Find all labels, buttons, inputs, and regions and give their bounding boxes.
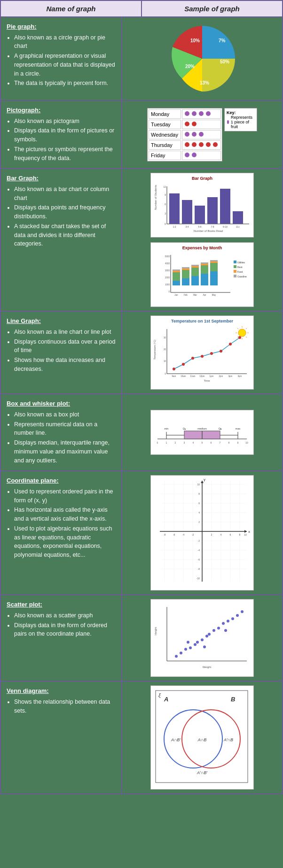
svg-text:5-6: 5-6 <box>198 225 201 228</box>
svg-rect-8 <box>169 193 180 224</box>
svg-text:7%: 7% <box>219 38 226 43</box>
svg-rect-44 <box>191 266 199 268</box>
svg-point-171 <box>175 655 178 658</box>
svg-text:Gasoline: Gasoline <box>237 275 247 278</box>
svg-text:8: 8 <box>239 533 241 536</box>
svg-text:y: y <box>204 478 205 482</box>
svg-text:5000: 5000 <box>165 255 170 258</box>
svg-text:0: 0 <box>165 223 166 225</box>
svg-text:11am: 11am <box>190 375 196 377</box>
svg-rect-46 <box>201 274 208 285</box>
svg-text:9-10: 9-10 <box>223 225 228 228</box>
scatter-svg: Height Weight <box>153 602 252 673</box>
picto-table: Monday Tuesday Wednesday <box>147 108 222 161</box>
svg-point-188 <box>203 645 206 648</box>
svg-text:4pm: 4pm <box>238 375 242 377</box>
svg-text:4: 4 <box>220 533 222 536</box>
svg-text:6: 6 <box>211 441 212 444</box>
svg-rect-35 <box>173 272 180 281</box>
scatter-title: Scatter plot: <box>7 600 116 609</box>
coord-title: Coordinate plane: <box>7 476 116 485</box>
svg-text:20%: 20% <box>185 64 195 69</box>
svg-text:2000: 2000 <box>165 277 170 279</box>
svg-text:3-4: 3-4 <box>185 225 189 228</box>
table-header: Name of graph Sample of graph <box>1 1 282 17</box>
svg-text:10: 10 <box>244 533 247 536</box>
svg-text:ξ: ξ <box>158 692 161 699</box>
svg-rect-61 <box>234 265 236 268</box>
coord-sample: x y -8 -6 -4 -2 2 4 6 8 10 2 4 6 8 <box>122 471 282 594</box>
svg-text:3: 3 <box>184 441 185 444</box>
bar-sample: Bar Graph Number of Students 1-2 <box>122 169 282 311</box>
coord-bullet-2: Has horizontal axis called the y-axis an… <box>14 506 116 523</box>
svg-text:-10: -10 <box>197 577 200 580</box>
coord-bullets: Used to represent ordered pairs in the f… <box>7 487 116 560</box>
svg-text:11+: 11+ <box>236 225 240 228</box>
svg-text:Mar: Mar <box>193 294 197 296</box>
svg-text:A'∩B': A'∩B' <box>197 770 207 775</box>
picto-bullet-1: Also known as pictogram <box>14 117 116 126</box>
svg-text:12: 12 <box>163 185 166 188</box>
venn-description: Venn diagram: Shows the relationship bet… <box>1 682 122 793</box>
svg-text:min: min <box>165 427 169 430</box>
bar-chart-1-title: Bar Graph <box>153 176 252 181</box>
bar-bullet-1: Also known as a bar chart or column char… <box>14 185 116 203</box>
main-table: Name of graph Sample of graph Pie graph:… <box>0 0 283 794</box>
svg-point-177 <box>201 638 204 641</box>
svg-point-72 <box>191 357 194 360</box>
svg-text:1000: 1000 <box>165 284 170 286</box>
scatter-sample: Height Weight <box>122 595 282 681</box>
svg-text:20: 20 <box>164 348 166 351</box>
svg-point-183 <box>227 620 229 622</box>
coord-bullet-1: Used to represent ordered pairs in the f… <box>14 487 116 505</box>
svg-text:6: 6 <box>230 533 231 536</box>
svg-line-83 <box>237 328 238 329</box>
svg-text:6: 6 <box>198 502 200 505</box>
table-row-boxwhisker: Box and whisker plot: Also known as a bo… <box>1 394 282 471</box>
svg-rect-50 <box>210 271 218 285</box>
svg-text:Jan: Jan <box>174 294 178 296</box>
svg-text:Q₁: Q₁ <box>183 427 186 430</box>
svg-text:2pm: 2pm <box>219 375 223 377</box>
svg-point-186 <box>241 610 244 613</box>
pie-bullet-1: Also known as a circle graph or pie char… <box>14 33 116 51</box>
svg-text:Food: Food <box>237 270 243 273</box>
svg-text:8: 8 <box>198 492 200 495</box>
line-bullet-1: Also known as a line chart or line plot <box>14 328 116 337</box>
picto-key: Key: Represents 1 piece of fruit <box>224 108 257 131</box>
box-bullet-2: Represents numerical data on a number li… <box>14 420 116 438</box>
svg-text:7: 7 <box>220 441 221 444</box>
svg-text:5: 5 <box>202 441 203 444</box>
bar-chart-1-svg: Number of Students 1-2 3-4 5-6 7-8 <box>153 182 252 233</box>
line-chart: Temperature on 1st September Temperature… <box>150 315 254 390</box>
pie-description: Pie graph: Also known as a circle graph … <box>1 17 122 100</box>
svg-text:-6: -6 <box>198 558 200 561</box>
table-row-line: Line Graph: Also known as a line chart o… <box>1 312 282 394</box>
svg-point-71 <box>182 363 185 366</box>
svg-rect-36 <box>173 271 180 272</box>
line-bullets: Also known as a line chart or line plot … <box>7 328 116 374</box>
svg-point-180 <box>212 629 215 632</box>
svg-text:x: x <box>248 530 250 534</box>
svg-text:A∩B: A∩B <box>197 737 206 742</box>
svg-text:Q₃: Q₃ <box>219 427 222 430</box>
svg-text:7-8: 7-8 <box>211 225 214 228</box>
svg-point-174 <box>189 646 192 649</box>
line-bullet-2: Displays continuous data over a period o… <box>14 338 116 355</box>
svg-rect-43 <box>191 268 199 276</box>
line-chart-title: Temperature on 1st September <box>153 319 252 323</box>
svg-line-85 <box>237 337 238 338</box>
svg-text:-2: -2 <box>192 533 194 536</box>
svg-rect-59 <box>234 261 236 263</box>
svg-text:A∩B': A∩B' <box>171 737 181 742</box>
line-bullet-3: Shows how the data increases and decreas… <box>14 356 116 374</box>
svg-rect-63 <box>234 270 236 273</box>
svg-text:4: 4 <box>193 441 194 444</box>
svg-point-189 <box>224 629 227 632</box>
svg-text:Feb: Feb <box>184 294 188 296</box>
svg-text:-4: -4 <box>198 549 200 552</box>
svg-text:10: 10 <box>197 483 200 486</box>
svg-rect-51 <box>210 263 218 271</box>
table-row-bar: Bar Graph: Also known as a bar chart or … <box>1 169 282 312</box>
table-row-coordinate: Coordinate plane: Used to represent orde… <box>1 471 282 595</box>
